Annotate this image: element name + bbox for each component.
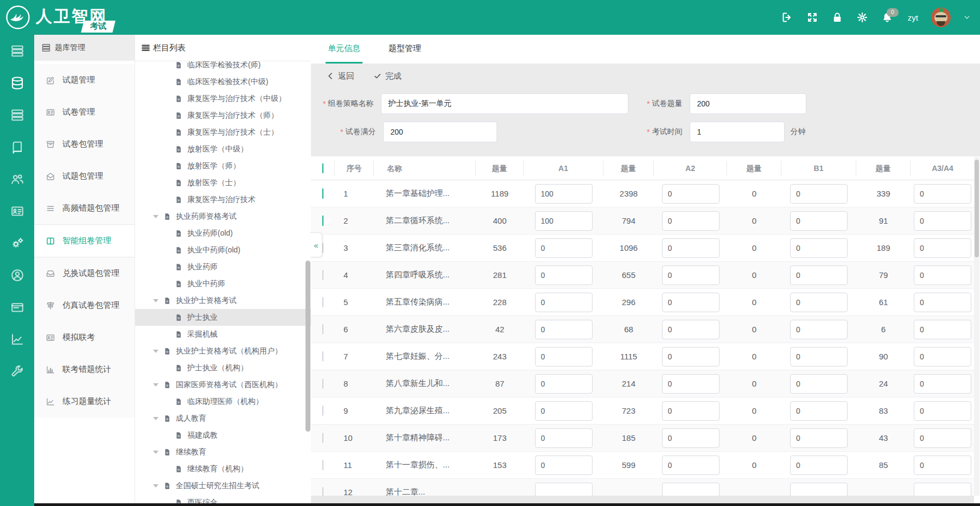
caret-down-icon[interactable]	[153, 350, 158, 353]
a2-count-input[interactable]	[662, 374, 720, 394]
b1-count-input[interactable]	[790, 320, 848, 339]
row-checkbox[interactable]	[322, 487, 323, 496]
a2-count-input[interactable]	[662, 211, 720, 231]
sidebar-item-练习题量统计[interactable]: 练习题量统计	[34, 385, 135, 418]
a1-count-input[interactable]	[535, 456, 593, 475]
strategy-name-input[interactable]	[381, 93, 628, 114]
b1-count-input[interactable]	[790, 347, 848, 366]
a1-count-input[interactable]	[535, 320, 593, 339]
a2-count-input[interactable]	[662, 483, 720, 496]
b1-count-input[interactable]	[790, 374, 848, 394]
a1-count-input[interactable]	[535, 184, 593, 204]
a3a4-count-input[interactable]	[914, 265, 971, 285]
tree-item-护士执业[interactable]: 护士执业	[135, 309, 311, 326]
collapse-tree-handle[interactable]: «	[310, 232, 322, 257]
lock-icon[interactable]	[832, 12, 843, 23]
a3a4-count-input[interactable]	[914, 184, 971, 204]
row-checkbox[interactable]	[322, 216, 323, 226]
tree-item-继续教育（机构）[interactable]: 继续教育（机构）	[135, 460, 311, 477]
tree-item-执业中药师(old)[interactable]: 执业中药师(old)	[135, 242, 311, 258]
panel-icon[interactable]	[0, 291, 34, 323]
b1-count-input[interactable]	[790, 238, 848, 258]
tree-item-继续教育[interactable]: 继续教育	[135, 444, 311, 460]
a2-count-input[interactable]	[662, 238, 720, 258]
b1-count-input[interactable]	[790, 483, 848, 496]
b1-count-input[interactable]	[790, 456, 848, 475]
paper-full-score-input[interactable]	[383, 122, 497, 142]
idcard-icon[interactable]	[0, 195, 34, 227]
row-checkbox[interactable]	[322, 297, 323, 307]
select-all-checkbox[interactable]	[322, 163, 323, 173]
tab-单元信息[interactable]: 单元信息	[326, 35, 362, 64]
tree-item-护士执业（机构）[interactable]: 护士执业（机构）	[135, 359, 311, 376]
caret-down-icon[interactable]	[153, 383, 158, 387]
a3a4-count-input[interactable]	[914, 238, 971, 258]
b1-count-input[interactable]	[790, 428, 848, 448]
sidebar-item-模拟联考[interactable]: 模拟联考	[34, 321, 135, 353]
a2-count-input[interactable]	[662, 401, 720, 421]
a2-count-input[interactable]	[662, 428, 720, 448]
caret-down-icon[interactable]	[153, 299, 158, 302]
caret-down-icon[interactable]	[153, 451, 158, 454]
table-horizontal-scrollbar[interactable]	[311, 496, 974, 503]
a3a4-count-input[interactable]	[914, 211, 971, 231]
tree-item-临床助理医师（机构）[interactable]: 临床助理医师（机构）	[135, 393, 311, 410]
a3a4-count-input[interactable]	[914, 320, 971, 339]
a2-count-input[interactable]	[662, 265, 720, 285]
tree-item-执业药师(old)[interactable]: 执业药师(old)	[135, 225, 311, 242]
caret-down-icon[interactable]	[153, 484, 158, 488]
tree-item-采掘机械[interactable]: 采掘机械	[135, 326, 311, 343]
chevron-down-icon[interactable]	[964, 14, 970, 21]
tree-item-康复医学与治疗技术（中级）[interactable]: 康复医学与治疗技术（中级）	[135, 90, 311, 107]
b1-count-input[interactable]	[790, 184, 848, 204]
a1-count-input[interactable]	[535, 374, 593, 394]
a2-count-input[interactable]	[662, 456, 720, 475]
row-checkbox[interactable]	[322, 406, 323, 416]
tree-item-福建成教[interactable]: 福建成教	[135, 427, 311, 444]
a3a4-count-input[interactable]	[914, 483, 971, 496]
tree-item-执业护士资格考试[interactable]: 执业护士资格考试	[135, 292, 311, 309]
tree-item-执业护士资格考试（机构用户）[interactable]: 执业护士资格考试（机构用户）	[135, 343, 311, 359]
sidebar-item-试卷管理[interactable]: 试卷管理	[34, 96, 135, 128]
tree-item-康复医学与治疗技术（士）[interactable]: 康复医学与治疗技术（士）	[135, 124, 311, 141]
sidebar-item-联考错题统计[interactable]: 联考错题统计	[34, 353, 135, 385]
a2-count-input[interactable]	[662, 184, 720, 204]
row-checkbox[interactable]	[322, 378, 323, 389]
sidebar-item-试卷包管理[interactable]: 试卷包管理	[34, 128, 135, 160]
tree-item-康复医学与治疗技术[interactable]: 康复医学与治疗技术	[135, 191, 311, 208]
a1-count-input[interactable]	[535, 265, 593, 285]
tree-item-临床医学检验技术(中级)[interactable]: 临床医学检验技术(中级)	[135, 73, 311, 90]
database-icon[interactable]	[0, 67, 34, 99]
bell-icon[interactable]: 0	[882, 12, 893, 23]
paper-question-count-input[interactable]	[690, 93, 806, 114]
a1-count-input[interactable]	[535, 483, 593, 496]
book-icon[interactable]	[0, 131, 34, 163]
sign-out-icon[interactable]	[782, 12, 793, 23]
wrench-icon[interactable]	[0, 355, 34, 387]
b1-count-input[interactable]	[790, 293, 848, 312]
tab-题型管理[interactable]: 题型管理	[386, 35, 423, 64]
gear-icon[interactable]	[857, 12, 868, 23]
username-label[interactable]: zyt	[908, 13, 918, 22]
tree-item-放射医学（士）[interactable]: 放射医学（士）	[135, 174, 311, 191]
b1-count-input[interactable]	[790, 211, 848, 231]
a3a4-count-input[interactable]	[914, 293, 971, 312]
users-icon[interactable]	[0, 163, 34, 195]
tree-item-执业药师资格考试[interactable]: 执业药师资格考试	[135, 208, 311, 225]
a3a4-count-input[interactable]	[914, 374, 971, 394]
a3a4-count-input[interactable]	[914, 401, 971, 421]
a2-count-input[interactable]	[662, 320, 720, 339]
row-checkbox[interactable]	[322, 433, 323, 443]
sidebar-item-兑换试题包管理[interactable]: 兑换试题包管理	[34, 257, 135, 289]
b1-count-input[interactable]	[790, 401, 848, 421]
tree-item-成人教育[interactable]: 成人教育	[135, 410, 311, 427]
tree-item-放射医学（师）[interactable]: 放射医学（师）	[135, 157, 311, 174]
tree-item-执业中药师[interactable]: 执业中药师	[135, 275, 311, 292]
a3a4-count-input[interactable]	[914, 456, 971, 475]
expand-icon[interactable]	[807, 12, 818, 23]
exam-time-input[interactable]	[690, 122, 785, 142]
a1-count-input[interactable]	[535, 428, 593, 448]
a3a4-count-input[interactable]	[914, 428, 971, 448]
rows-icon[interactable]	[0, 35, 34, 67]
a1-count-input[interactable]	[535, 401, 593, 421]
